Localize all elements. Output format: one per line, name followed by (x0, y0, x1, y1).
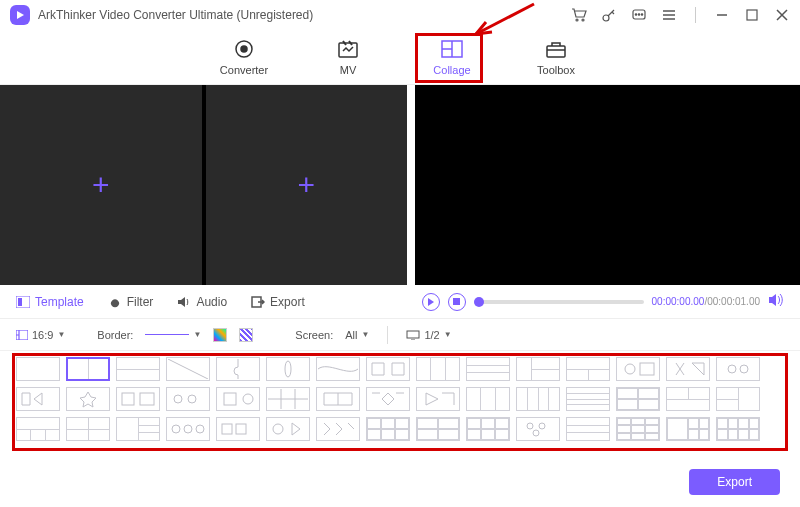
svg-rect-32 (222, 424, 232, 434)
border-line-preview (145, 334, 189, 335)
template-item[interactable] (616, 357, 660, 381)
template-item[interactable] (166, 357, 210, 381)
template-item[interactable] (516, 357, 560, 381)
tab-mv[interactable]: MV (316, 34, 380, 80)
svg-point-34 (273, 424, 283, 434)
chevron-down-icon: ▼ (444, 330, 452, 339)
cart-icon[interactable] (571, 7, 587, 23)
workarea: + + (0, 85, 800, 285)
template-item[interactable] (466, 417, 510, 441)
template-item[interactable] (466, 357, 510, 381)
tab-collage[interactable]: Collage (420, 34, 484, 80)
template-item[interactable] (16, 357, 60, 381)
template-item[interactable] (266, 417, 310, 441)
template-item[interactable] (416, 357, 460, 381)
template-item[interactable] (516, 387, 560, 411)
tab-converter-label: Converter (220, 64, 268, 76)
template-item[interactable] (266, 357, 310, 381)
template-item[interactable] (416, 417, 460, 441)
template-item[interactable] (666, 417, 710, 441)
template-item[interactable] (116, 387, 160, 411)
template-item[interactable] (366, 417, 410, 441)
template-item[interactable] (366, 357, 410, 381)
subtab-filter[interactable]: Filter (108, 295, 154, 309)
collage-slot-1[interactable]: + (0, 85, 202, 285)
ratio-value: 16:9 (32, 329, 53, 341)
ratio-select[interactable]: 16:9 ▼ (16, 329, 65, 341)
border-pattern-toggle[interactable] (239, 328, 253, 342)
volume-icon[interactable] (768, 293, 784, 310)
play-button[interactable] (422, 293, 440, 311)
svg-point-25 (174, 395, 182, 403)
close-icon[interactable] (774, 7, 790, 23)
key-icon[interactable] (601, 7, 617, 23)
template-item[interactable] (516, 417, 560, 441)
svg-rect-27 (224, 393, 236, 405)
template-item[interactable] (166, 387, 210, 411)
subtab-audio-label: Audio (196, 295, 227, 309)
template-item[interactable] (366, 387, 410, 411)
app-logo (10, 5, 30, 25)
subtab-export[interactable]: Export (251, 295, 305, 309)
svg-point-6 (641, 14, 642, 15)
template-item[interactable] (666, 357, 710, 381)
template-item[interactable] (116, 417, 160, 441)
screen-label: Screen: (295, 329, 333, 341)
border-color-picker[interactable] (213, 328, 227, 342)
template-item[interactable] (66, 357, 110, 381)
template-item[interactable] (166, 417, 210, 441)
template-item[interactable] (66, 387, 110, 411)
svg-point-29 (172, 425, 180, 433)
template-item[interactable] (66, 417, 110, 441)
tab-toolbox-label: Toolbox (537, 64, 575, 76)
app-title: ArkThinker Video Converter Ultimate (Unr… (38, 8, 313, 22)
template-item[interactable] (566, 387, 610, 411)
template-item[interactable] (316, 387, 360, 411)
message-icon[interactable] (631, 7, 647, 23)
pane-divider (407, 85, 415, 285)
template-item[interactable] (216, 387, 260, 411)
main-tabs: Converter MV Collage Toolbox (0, 30, 800, 85)
template-item[interactable] (616, 417, 660, 441)
template-item[interactable] (616, 387, 660, 411)
collage-icon (441, 38, 463, 60)
svg-point-21 (728, 365, 736, 373)
template-item[interactable] (716, 417, 760, 441)
template-item[interactable] (716, 357, 760, 381)
border-select[interactable]: ▼ (145, 330, 201, 339)
tab-toolbox[interactable]: Toolbox (524, 34, 588, 80)
template-item[interactable] (16, 417, 60, 441)
titlebar-actions (571, 7, 790, 23)
template-item[interactable] (666, 387, 710, 411)
playback-slider[interactable] (474, 300, 644, 304)
maximize-icon[interactable] (744, 7, 760, 23)
stop-button[interactable] (448, 293, 466, 311)
template-item[interactable] (216, 357, 260, 381)
svg-point-28 (243, 394, 253, 404)
collage-slot-2[interactable]: + (206, 85, 408, 285)
subtab-audio[interactable]: Audio (177, 295, 227, 309)
template-item[interactable] (266, 387, 310, 411)
template-item[interactable] (566, 417, 610, 441)
template-item[interactable] (466, 387, 510, 411)
screen-select[interactable]: All ▼ (345, 329, 369, 341)
converter-icon (233, 38, 255, 60)
divider (387, 326, 388, 344)
menu-icon[interactable] (661, 7, 677, 23)
template-item[interactable] (716, 387, 760, 411)
svg-rect-20 (640, 363, 654, 375)
template-item[interactable] (316, 417, 360, 441)
view-select[interactable]: 1/2 ▼ (406, 329, 451, 341)
template-item[interactable] (16, 387, 60, 411)
template-item[interactable] (416, 387, 460, 411)
playback-time: 00:00:00.00/00:00:01.00 (652, 296, 760, 307)
minimize-icon[interactable] (714, 7, 730, 23)
export-button[interactable]: Export (689, 469, 780, 495)
svg-point-0 (576, 19, 578, 21)
template-item[interactable] (316, 357, 360, 381)
subtab-template[interactable]: Template (16, 295, 84, 309)
template-item[interactable] (116, 357, 160, 381)
template-item[interactable] (566, 357, 610, 381)
tab-converter[interactable]: Converter (212, 34, 276, 80)
template-item[interactable] (216, 417, 260, 441)
